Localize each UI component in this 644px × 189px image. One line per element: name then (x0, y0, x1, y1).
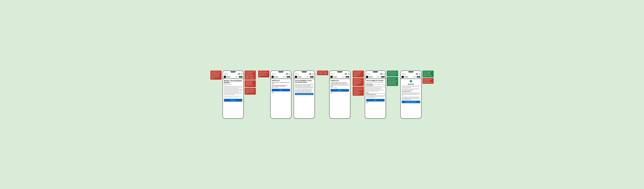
screen2-radio-group: Yes No (272, 87, 290, 88)
ontario-header-4: ♦ Ontario FR 🔍 MENU (330, 75, 350, 79)
battery-icon-4: ▓ (348, 73, 349, 74)
search-icon-6[interactable]: 🔍 (415, 76, 416, 77)
next-button-2[interactable]: Next (272, 89, 290, 91)
note-p7-privacy: P7 would not enter their phone number an… (353, 87, 364, 96)
signal-icon: ▋▋▋ (238, 73, 240, 75)
radio-yes-2[interactable]: Yes (272, 87, 274, 88)
screen2-phone: 09:52 AM ▋▋▋ ▲ ▓ ♦ Ontario FR 🔍 MENU (270, 71, 291, 119)
screen2-highlight: Select yes if you have changed your addr… (272, 85, 290, 87)
screen5-phone: 09:52 AM ▋▋▋ ▲ ▓ ♦ Ontario FR 🔍 MENU (365, 71, 386, 119)
logo-text-3: Ontario (298, 76, 302, 78)
text-line-3 (224, 88, 238, 88)
back-link-5[interactable]: Back (366, 102, 384, 103)
menu-btn-1[interactable]: MENU (239, 76, 242, 78)
battery-icon-5: ▓ (384, 73, 384, 74)
header-nav-4: FR 🔍 MENU (342, 76, 349, 78)
screen1-right-notes: P2 and P6 would want to know: requiremen… (245, 71, 256, 95)
screen1-wrapper: P3 wanted to know fees right off the bat… (210, 71, 256, 119)
screen1-left-notes: P3 wanted to know fees right off the bat… (210, 71, 222, 80)
logo-icon-2: ♦ (272, 76, 274, 78)
ontario-header-6: ♦ Ontario FR 🔍 MENU (401, 75, 421, 79)
email-help: We will be sending an electronic receipt… (366, 96, 384, 98)
wifi-icon-2: ▲ (288, 73, 289, 74)
ontario-header-1: ♦ Ontario FR 🔍 MENU (223, 75, 243, 79)
ontario-logo-1: ♦ Ontario (224, 76, 230, 78)
note-p2p6: P2 and P6 would want to know: requiremen… (245, 71, 256, 80)
radio-label-no-4: No (336, 87, 337, 88)
radio-no-2[interactable]: No (276, 87, 278, 88)
search-icon-5[interactable]: 🔍 (380, 76, 381, 77)
success-text3: If you would like to download your recei… (402, 96, 420, 100)
ineligible-text1: Since you have changed your address with… (295, 84, 314, 88)
signal-icon-4: ▋▋▋ (345, 73, 347, 75)
next-button-5[interactable]: Next (366, 99, 384, 101)
fr-link-2[interactable]: FR (283, 76, 284, 77)
screen5-right-notes: P3 liked these contact options: "Everyon… (387, 71, 398, 86)
ontario-header-5: ♦ Ontario FR 🔍 MENU (365, 75, 386, 79)
note-p5-5years: P5 was confused by the "last 5 years" - … (317, 71, 328, 75)
screen2-section-title: Eligibility (1/3) (272, 80, 290, 81)
note-p4-time: P4 wants to know what they need to have … (245, 88, 256, 95)
fr-link-5[interactable]: FR (378, 76, 379, 77)
menu-btn-5[interactable]: MENU (381, 76, 385, 78)
start-now-button[interactable]: Start now (224, 99, 242, 102)
note-p5p6p7-download: P5, P6, P7 recognized that the 'Download… (422, 71, 434, 77)
wifi-icon-5: ▲ (383, 73, 384, 74)
note-p7-payment: P7 wants to also see what are the accept… (258, 71, 269, 77)
search-icon-2[interactable]: 🔍 (285, 76, 286, 77)
logo-icon-6: ♦ (402, 76, 404, 78)
radio-circle-yes-4 (330, 87, 332, 88)
back-link-4[interactable]: Back (330, 92, 349, 93)
status-bar-5: 09:52 AM ▋▋▋ ▲ ▓ (365, 73, 386, 75)
search-icon-4[interactable]: 🔍 (344, 76, 345, 77)
ontario-logo-2: ♦ Ontario (272, 76, 278, 78)
screen4-content: Eligibility (3/3) In the last 5 years ha… (330, 79, 350, 118)
screen4-left-notes: P5 was confused by the "last 5 years" - … (317, 71, 328, 75)
screen6-phone: 09:52 AM ▋▋▋ ▲ ▓ ♦ Ontario FR 🔍 MENU (400, 71, 422, 119)
status-time-4: 09:52 AM (330, 73, 334, 74)
fr-link-3[interactable]: FR (306, 76, 308, 77)
logo-text-6: Ontario (404, 76, 408, 78)
screen4-phone: 09:52 AM ▋▋▋ ▲ ▓ ♦ Ontario FR 🔍 MENU (329, 71, 350, 119)
next-button-4[interactable]: Next (330, 89, 349, 92)
phone-label: Phone number (366, 84, 384, 85)
menu-btn-3[interactable]: MENU (310, 76, 314, 78)
ontario-logo-3: ♦ Ontario (295, 76, 302, 78)
status-icons-4: ▋▋▋ ▲ ▓ (345, 73, 349, 75)
radio-no-4[interactable]: No (334, 87, 337, 88)
search-icon-3[interactable]: 🔍 (308, 76, 310, 77)
logo-text-2: Ontario (274, 76, 278, 78)
logo-text-1: Ontario (226, 76, 230, 78)
signal-icon-5: ▋▋▋ (380, 73, 382, 75)
phone-top-4 (330, 71, 350, 73)
download-documents-button[interactable]: Download documents (402, 101, 420, 103)
status-time-1: 09:52 AM (224, 73, 228, 74)
screen1-phone: 09:52 AM ▋▋▋ ▲ ▓ ♦ Ontario FR 🔍 MENU (222, 71, 244, 119)
status-bar-4: 09:52 AM ▋▋▋ ▲ ▓ (330, 73, 350, 75)
text-line-9 (224, 93, 242, 94)
header-nav-5: FR 🔍 MENU (378, 76, 385, 78)
back-link-2[interactable]: Back (272, 92, 290, 93)
text-line-1 (224, 86, 242, 87)
text-line-4 (224, 89, 242, 89)
text-line-8 (224, 93, 242, 93)
phone-input[interactable] (366, 85, 384, 87)
fr-link-1[interactable]: FR (236, 76, 237, 77)
find-service-ontario-button[interactable]: Find your nearest ServiceOntario centre (295, 93, 314, 95)
search-icon-1[interactable]: 🔍 (237, 76, 238, 77)
fr-link-6[interactable]: FR (413, 76, 414, 77)
battery-icon-6: ▓ (420, 73, 420, 74)
main-container: P3 wanted to know fees right off the bat… (224, 71, 420, 119)
status-time-3: 09:52 AM (295, 73, 299, 74)
status-icons-6: ▋▋▋ ▲ ▓ (416, 73, 420, 75)
battery-icon-2: ▓ (290, 73, 290, 74)
success-text1: We emailed you a copy of your receipt an… (402, 88, 420, 92)
menu-btn-4[interactable]: MENU (346, 76, 349, 78)
note-p6-liked: P6 liked how there was only a few pieces… (387, 77, 398, 86)
radio-yes-4[interactable]: Yes (330, 87, 333, 88)
menu-btn-2[interactable]: MENU (287, 76, 290, 78)
header-nav-1: FR 🔍 MENU (236, 76, 242, 78)
menu-btn-6[interactable]: MENU (417, 76, 420, 78)
fr-link-4[interactable]: FR (342, 76, 343, 77)
email-input[interactable] (366, 93, 384, 95)
